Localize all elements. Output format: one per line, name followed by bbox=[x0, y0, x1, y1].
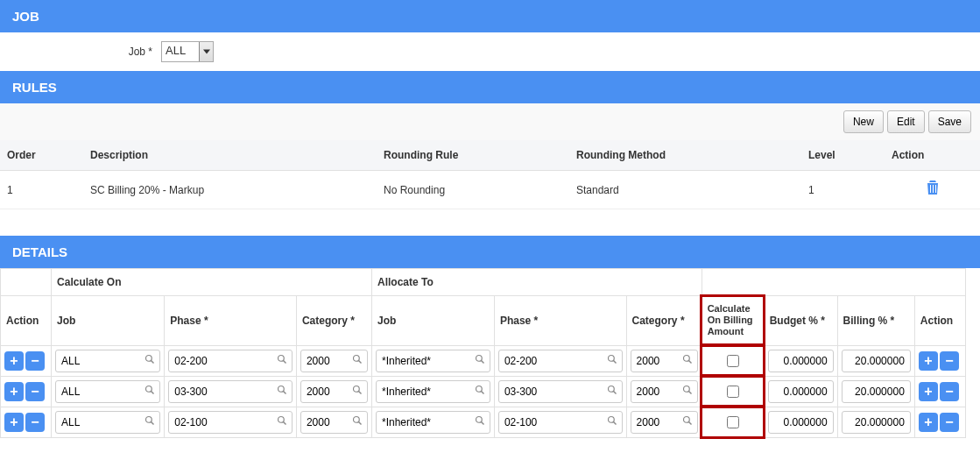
dropdown-icon[interactable] bbox=[199, 42, 213, 61]
new-button[interactable]: New bbox=[843, 110, 884, 133]
co-phase-lookup[interactable] bbox=[168, 350, 293, 372]
at-phase-input[interactable] bbox=[499, 416, 603, 428]
svg-point-6 bbox=[476, 356, 482, 362]
billing-percent-input[interactable] bbox=[842, 350, 911, 372]
rules-th-description: Description bbox=[83, 140, 377, 171]
delete-icon[interactable] bbox=[926, 180, 940, 200]
details-panel: Calculate On Allocate To Action Job Phas… bbox=[0, 268, 980, 438]
save-button[interactable]: Save bbox=[928, 110, 971, 133]
search-icon[interactable] bbox=[272, 385, 292, 398]
co-category-lookup[interactable] bbox=[300, 350, 368, 372]
co-job-input[interactable] bbox=[56, 416, 140, 428]
at-phase-input[interactable] bbox=[499, 355, 603, 367]
edit-button[interactable]: Edit bbox=[887, 110, 925, 133]
co-phase-lookup[interactable] bbox=[168, 411, 293, 434]
search-icon[interactable] bbox=[140, 415, 159, 428]
rules-cell-order: 1 bbox=[0, 171, 83, 209]
search-icon[interactable] bbox=[348, 415, 367, 428]
budget-percent-input[interactable] bbox=[768, 411, 834, 434]
billing-percent-input[interactable] bbox=[842, 380, 911, 403]
co-job-lookup[interactable] bbox=[55, 350, 160, 372]
svg-line-11 bbox=[688, 361, 691, 364]
at-phase-lookup[interactable] bbox=[498, 380, 623, 403]
search-icon[interactable] bbox=[272, 415, 292, 428]
search-icon[interactable] bbox=[470, 385, 490, 398]
svg-line-23 bbox=[688, 392, 691, 394]
search-icon[interactable] bbox=[678, 385, 697, 398]
calc-on-billing-checkbox[interactable] bbox=[727, 386, 739, 398]
co-job-input[interactable] bbox=[56, 355, 140, 367]
svg-line-25 bbox=[152, 422, 154, 425]
job-label: Job * bbox=[12, 46, 161, 58]
co-phase-input[interactable] bbox=[169, 386, 272, 398]
co-phase-lookup[interactable] bbox=[168, 380, 293, 403]
calc-on-billing-checkbox[interactable] bbox=[727, 416, 739, 428]
at-job-input[interactable] bbox=[377, 386, 470, 398]
co-category-lookup[interactable] bbox=[300, 380, 368, 403]
at-category-input[interactable] bbox=[631, 386, 678, 398]
remove-row-button[interactable]: − bbox=[940, 413, 959, 432]
at-phase-input[interactable] bbox=[499, 386, 603, 398]
search-icon[interactable] bbox=[140, 354, 159, 367]
search-icon[interactable] bbox=[603, 385, 622, 398]
co-phase-input[interactable] bbox=[169, 416, 272, 428]
at-job-lookup[interactable] bbox=[376, 380, 490, 403]
at-job-input[interactable] bbox=[377, 355, 470, 367]
co-category-lookup[interactable] bbox=[300, 411, 368, 434]
search-icon[interactable] bbox=[470, 354, 490, 367]
co-phase-input[interactable] bbox=[169, 355, 272, 367]
svg-line-5 bbox=[358, 361, 361, 364]
co-category-input[interactable] bbox=[301, 355, 348, 367]
remove-row-button[interactable]: − bbox=[25, 382, 45, 401]
search-icon[interactable] bbox=[678, 415, 697, 428]
co-job-input[interactable] bbox=[56, 386, 140, 398]
at-job-lookup[interactable] bbox=[376, 350, 490, 372]
job-select[interactable]: ALL bbox=[161, 41, 214, 62]
search-icon[interactable] bbox=[470, 415, 490, 428]
at-category-lookup[interactable] bbox=[631, 411, 698, 434]
remove-row-button[interactable]: − bbox=[25, 351, 45, 371]
search-icon[interactable] bbox=[348, 385, 367, 398]
svg-line-33 bbox=[613, 422, 616, 425]
at-job-lookup[interactable] bbox=[376, 411, 490, 434]
search-icon[interactable] bbox=[272, 354, 292, 367]
svg-point-22 bbox=[683, 386, 689, 393]
at-category-input[interactable] bbox=[631, 355, 678, 367]
budget-percent-input[interactable] bbox=[768, 380, 834, 403]
svg-point-0 bbox=[146, 356, 152, 362]
at-phase-lookup[interactable] bbox=[498, 411, 623, 434]
add-row-button[interactable]: + bbox=[919, 413, 938, 432]
at-phase-lookup[interactable] bbox=[498, 350, 623, 372]
details-th-co-phase: Phase * bbox=[165, 296, 297, 346]
remove-row-button[interactable]: − bbox=[940, 382, 959, 401]
search-icon[interactable] bbox=[603, 354, 622, 367]
add-row-button[interactable]: + bbox=[919, 351, 938, 371]
rules-cell-rounding-method: Standard bbox=[569, 171, 801, 209]
search-icon[interactable] bbox=[603, 415, 622, 428]
search-icon[interactable] bbox=[348, 354, 367, 367]
remove-row-button[interactable]: − bbox=[940, 351, 959, 371]
co-category-input[interactable] bbox=[301, 416, 348, 428]
details-th-budget: Budget % * bbox=[764, 296, 837, 346]
calc-on-billing-checkbox[interactable] bbox=[727, 355, 739, 367]
co-job-lookup[interactable] bbox=[55, 380, 160, 403]
co-job-lookup[interactable] bbox=[55, 411, 160, 434]
search-icon[interactable] bbox=[140, 385, 159, 398]
at-category-lookup[interactable] bbox=[631, 380, 698, 403]
details-row: + − + − bbox=[1, 407, 966, 437]
add-row-button[interactable]: + bbox=[4, 351, 24, 371]
budget-percent-input[interactable] bbox=[768, 350, 834, 372]
add-row-button[interactable]: + bbox=[4, 413, 24, 432]
at-category-lookup[interactable] bbox=[631, 350, 698, 372]
billing-percent-input[interactable] bbox=[842, 411, 911, 434]
add-row-button[interactable]: + bbox=[919, 382, 938, 401]
co-category-input[interactable] bbox=[301, 386, 348, 398]
add-row-button[interactable]: + bbox=[4, 382, 24, 401]
remove-row-button[interactable]: − bbox=[25, 413, 45, 432]
details-th-billing: Billing % * bbox=[837, 296, 914, 346]
search-icon[interactable] bbox=[678, 354, 697, 367]
rules-row[interactable]: 1 SC Billing 20% - Markup No Rounding St… bbox=[0, 171, 980, 209]
at-job-input[interactable] bbox=[377, 416, 470, 428]
at-category-input[interactable] bbox=[631, 416, 678, 428]
details-th-co-category: Category * bbox=[296, 296, 371, 346]
